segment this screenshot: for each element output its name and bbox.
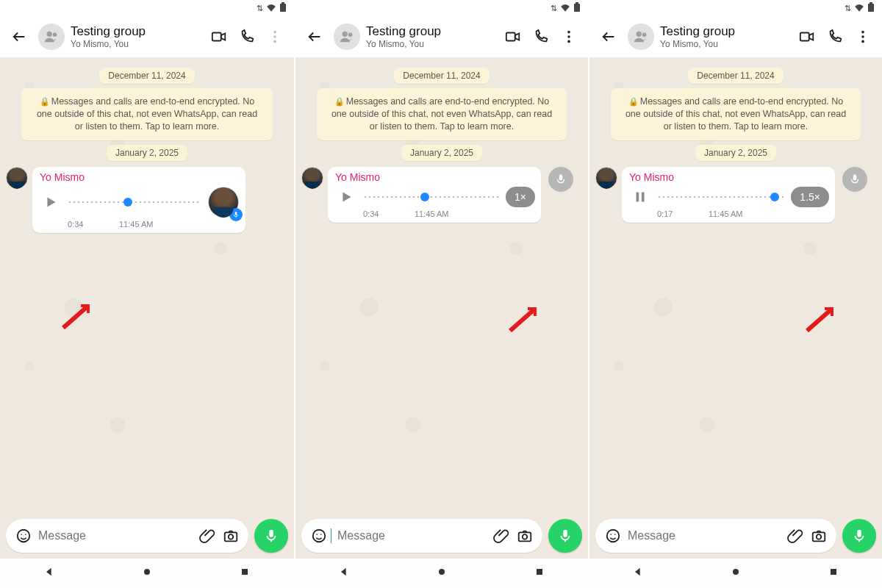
back-button[interactable] — [595, 24, 622, 50]
nav-back-icon[interactable] — [338, 566, 350, 581]
attach-icon[interactable] — [196, 528, 219, 544]
svg-point-36 — [637, 32, 642, 37]
composer — [0, 513, 294, 559]
svg-point-22 — [567, 31, 570, 34]
nav-recents-icon[interactable] — [828, 566, 839, 581]
chat-title-block[interactable]: Testing group Yo Mismo, You — [366, 24, 494, 49]
voice-call-button[interactable] — [822, 24, 848, 50]
audio-scrubber[interactable] — [123, 198, 132, 207]
audio-scrubber[interactable] — [420, 193, 429, 201]
svg-rect-17 — [574, 4, 580, 12]
nav-recents-icon[interactable] — [239, 566, 251, 581]
svg-point-15 — [144, 569, 150, 575]
svg-point-28 — [320, 534, 322, 535]
chat-area[interactable]: December 11, 2024 🔒Messages and calls ar… — [589, 57, 882, 513]
audio-track[interactable] — [363, 189, 500, 205]
nav-recents-icon[interactable] — [534, 566, 545, 581]
message-input[interactable] — [625, 529, 784, 542]
nav-back-icon[interactable] — [632, 566, 644, 581]
status-bar: ⇅ — [0, 0, 294, 16]
date-chip: January 2, 2025 — [695, 145, 776, 161]
nav-home-icon[interactable] — [141, 566, 153, 581]
attach-icon[interactable] — [490, 528, 513, 544]
message-input-pill[interactable] — [6, 519, 248, 553]
group-avatar[interactable] — [334, 24, 360, 50]
voice-message-row: Yo Mismo — [6, 167, 288, 233]
record-voice-button[interactable] — [842, 519, 876, 553]
battery-icon — [279, 2, 287, 14]
audio-scrubber[interactable] — [770, 193, 779, 201]
date-chip: January 2, 2025 — [107, 145, 187, 161]
menu-button[interactable] — [850, 24, 876, 50]
sticker-icon[interactable] — [307, 528, 331, 544]
video-call-button[interactable] — [794, 24, 820, 50]
sticker-icon[interactable] — [601, 528, 625, 544]
encryption-banner[interactable]: 🔒Messages and calls are end-to-end encry… — [317, 88, 567, 140]
status-bar: ⇅ — [589, 0, 882, 16]
annotation-arrow — [803, 301, 847, 334]
voice-call-button[interactable] — [528, 24, 554, 50]
playback-speed-button[interactable]: 1.5× — [791, 187, 829, 207]
date-chip: December 11, 2024 — [394, 68, 489, 84]
contact-photo-slot[interactable] — [207, 186, 240, 218]
back-button[interactable] — [301, 24, 328, 50]
chat-header: Testing group Yo Mismo, You — [589, 16, 882, 57]
sender-avatar[interactable] — [6, 167, 28, 189]
encryption-banner[interactable]: 🔒Messages and calls are end-to-end encry… — [611, 88, 861, 140]
back-button[interactable] — [6, 24, 32, 50]
sender-avatar[interactable] — [301, 167, 323, 189]
nav-home-icon[interactable] — [436, 566, 448, 581]
record-voice-button[interactable] — [254, 519, 288, 553]
svg-point-11 — [25, 534, 26, 535]
encryption-banner[interactable]: 🔒Messages and calls are end-to-end encry… — [21, 88, 272, 140]
message-input-pill[interactable] — [301, 519, 542, 553]
chat-subtitle: Yo Mismo, You — [660, 39, 788, 49]
camera-icon[interactable] — [807, 528, 831, 544]
svg-rect-33 — [537, 569, 542, 575]
svg-rect-0 — [280, 4, 286, 12]
wifi-icon — [266, 3, 276, 13]
message-input-pill[interactable] — [595, 519, 836, 553]
sender-avatar[interactable] — [595, 167, 617, 189]
voice-message-bubble[interactable]: Yo Mismo — [32, 167, 245, 233]
svg-point-9 — [18, 530, 30, 542]
nav-back-icon[interactable] — [43, 566, 55, 581]
chat-area[interactable]: December 11, 2024 🔒Messages and calls ar… — [295, 57, 588, 513]
nav-home-icon[interactable] — [730, 566, 742, 581]
menu-button[interactable] — [556, 24, 582, 50]
chat-area[interactable]: December 11, 2024 🔒Messages and calls ar… — [0, 57, 294, 513]
camera-icon[interactable] — [513, 528, 537, 544]
voice-call-button[interactable] — [234, 24, 260, 50]
chat-title: Testing group — [71, 24, 200, 39]
record-voice-button[interactable] — [548, 519, 582, 553]
chat-title-block[interactable]: Testing group Yo Mismo, You — [660, 24, 788, 49]
play-button[interactable] — [335, 186, 357, 208]
svg-point-10 — [21, 534, 22, 535]
message-input[interactable] — [35, 529, 196, 542]
svg-point-49 — [817, 534, 821, 539]
lock-icon: 🔒 — [40, 97, 50, 106]
voice-message-bubble[interactable]: Yo Mismo 1× 0:34 11:45 AM — [328, 167, 541, 223]
playback-speed-button[interactable]: 1× — [506, 187, 535, 207]
attach-icon[interactable] — [784, 528, 807, 544]
camera-icon[interactable] — [219, 528, 243, 544]
message-time: 11:45 AM — [709, 209, 742, 218]
message-input[interactable] — [334, 529, 490, 542]
svg-rect-42 — [637, 192, 639, 201]
sticker-icon[interactable] — [12, 528, 35, 544]
chat-title: Testing group — [660, 24, 788, 39]
pause-button[interactable] — [629, 186, 651, 208]
voice-message-bubble[interactable]: Yo Mismo 1.5× 0:17 11:45 AM — [622, 167, 835, 223]
video-call-button[interactable] — [500, 24, 526, 50]
group-avatar[interactable] — [628, 24, 654, 50]
menu-button[interactable] — [262, 24, 288, 50]
audio-track[interactable] — [657, 189, 785, 205]
audio-track[interactable] — [68, 194, 201, 210]
chat-title-block[interactable]: Testing group Yo Mismo, You — [71, 24, 200, 49]
svg-rect-1 — [282, 2, 284, 4]
video-call-button[interactable] — [206, 24, 232, 50]
battery-icon — [867, 2, 875, 14]
svg-rect-12 — [225, 532, 237, 541]
play-button[interactable] — [40, 191, 62, 213]
group-avatar[interactable] — [38, 24, 65, 50]
